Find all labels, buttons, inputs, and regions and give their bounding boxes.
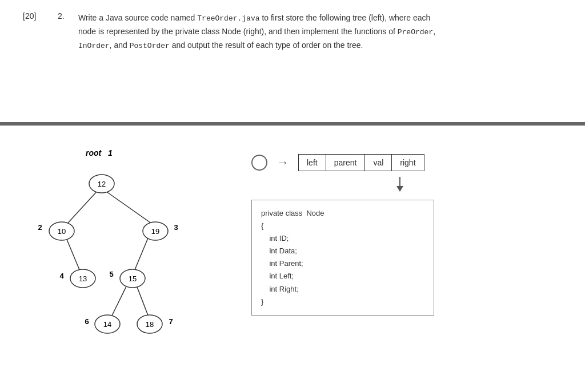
svg-text:12: 12	[98, 180, 106, 188]
down-arrow-icon	[366, 176, 434, 193]
svg-text:6: 6	[85, 317, 89, 326]
right-area: → left parent val right private class No…	[251, 143, 434, 316]
svg-text:18: 18	[146, 320, 154, 329]
col-val: val	[365, 155, 392, 171]
points-label: [20]	[23, 11, 49, 21]
arrow-icon: →	[277, 155, 289, 170]
svg-line-4	[111, 284, 127, 317]
question-text: Write a Java source code named TreeOrder…	[78, 11, 435, 52]
svg-text:4: 4	[59, 272, 64, 280]
svg-text:5: 5	[109, 270, 113, 278]
code-line8: }	[261, 297, 263, 306]
col-right: right	[392, 155, 424, 171]
svg-text:7: 7	[169, 317, 173, 326]
svg-line-3	[134, 237, 149, 271]
code-line6: int Left;	[261, 272, 294, 280]
node-structure-table: left parent val right	[298, 154, 424, 171]
svg-text:13: 13	[79, 274, 87, 283]
question-header: [20] 2. Write a Java source code named T…	[23, 11, 562, 52]
svg-text:10: 10	[58, 227, 66, 236]
question-number: 2.	[58, 11, 69, 21]
table-row: left parent val right	[299, 155, 424, 171]
top-section: [20] 2. Write a Java source code named T…	[0, 0, 585, 126]
empty-node-circle	[251, 155, 267, 171]
svg-line-5	[136, 284, 149, 317]
inorder-code: InOrder	[78, 42, 110, 50]
tree-diagram: root 1 12 10 19 1	[23, 143, 217, 371]
code-box: private class Node { int ID; int Data; i…	[251, 200, 434, 316]
code-line4: int Data;	[261, 246, 297, 255]
bottom-section: root 1 12 10 19 1	[0, 126, 585, 389]
svg-text:2: 2	[38, 223, 42, 232]
svg-marker-27	[396, 186, 403, 192]
svg-line-1	[106, 191, 154, 225]
svg-text:19: 19	[151, 227, 159, 236]
tree-svg: 12 10 19 13 15 14 18 2 3 4	[23, 143, 217, 371]
postorder-code: PostOrder	[130, 42, 170, 50]
filename-code: TreeOrder.java	[197, 14, 259, 23]
code-line1: private class Node	[261, 209, 324, 217]
svg-text:15: 15	[129, 274, 137, 283]
code-content: private class Node { int ID; int Data; i…	[261, 207, 424, 308]
svg-text:14: 14	[103, 320, 111, 329]
preorder-code: PreOrder	[398, 28, 433, 37]
col-parent: parent	[326, 155, 365, 171]
code-line5: int Parent;	[261, 259, 303, 268]
svg-line-2	[66, 237, 80, 271]
code-line2: {	[261, 221, 263, 230]
code-line7: int Right;	[261, 285, 299, 293]
col-left: left	[299, 155, 326, 171]
code-line3: int ID;	[261, 234, 289, 243]
svg-text:3: 3	[174, 223, 178, 232]
node-table-area: → left parent val right	[251, 154, 434, 171]
svg-line-0	[66, 191, 97, 225]
